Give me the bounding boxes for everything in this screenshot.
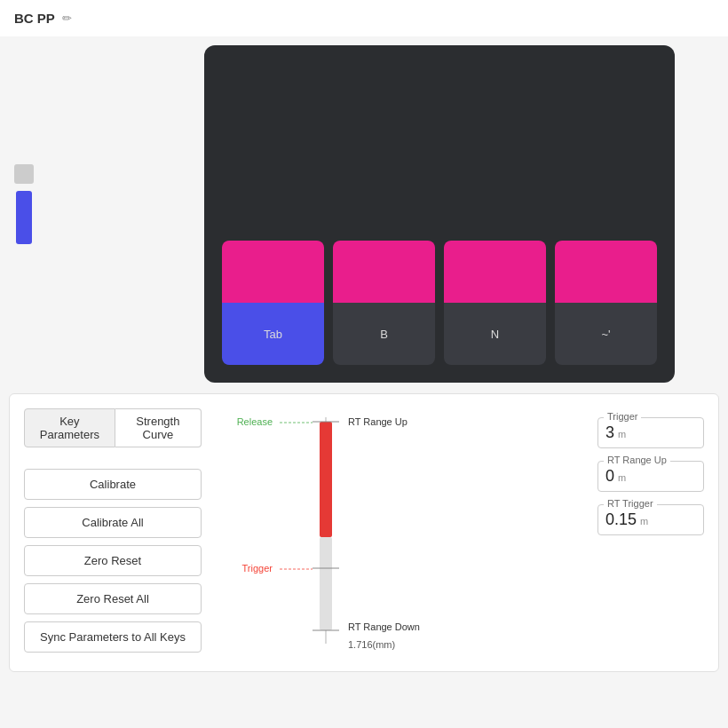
rt-range-up-value: 0 — [605, 467, 614, 486]
calibrate-all-button[interactable]: Calibrate All — [24, 507, 202, 538]
rt-trigger-label: RT Trigger — [604, 498, 657, 509]
key-label-n: N — [491, 328, 499, 341]
rt-trigger-unit: m — [640, 516, 648, 526]
sync-parameters-button[interactable]: Sync Parameters to All Keys — [24, 621, 202, 653]
trigger-param: Trigger 3 m — [597, 417, 704, 448]
zero-reset-all-button[interactable]: Zero Reset All — [24, 583, 202, 614]
trigger-unit: m — [618, 429, 626, 439]
key-top-n — [444, 241, 546, 303]
header: BC PP ✏ — [0, 0, 728, 36]
key-bottom-tilde: ~' — [555, 303, 657, 365]
rt-range-up-unit: m — [618, 472, 626, 483]
key-bottom-n: N — [444, 303, 546, 365]
right-panel: Trigger 3 m RT Range Up 0 m RT Trigger 0… — [597, 408, 704, 657]
key-bottom-b: B — [333, 303, 435, 365]
tab-row: Key Parameters Strength Curve — [24, 408, 202, 447]
zero-reset-button[interactable]: Zero Reset — [24, 545, 202, 576]
rt-range-up-value-row: 0 m — [605, 467, 696, 486]
trigger-value-row: 3 m — [605, 423, 696, 442]
trigger-param-label: Trigger — [604, 411, 641, 422]
svg-rect-1 — [320, 422, 332, 537]
rt-trigger-param: RT Trigger 0.15 m — [597, 504, 704, 535]
key-n[interactable]: N — [444, 241, 546, 365]
action-buttons: Calibrate Calibrate All Zero Reset Zero … — [24, 469, 202, 653]
key-tilde[interactable]: ~' — [555, 241, 657, 365]
left-controls — [14, 164, 34, 244]
chart-container: Release RT Range Up Trigger RT Range Dow… — [219, 408, 580, 657]
key-bottom-tab: Tab — [222, 303, 324, 365]
calibrate-button[interactable]: Calibrate — [24, 469, 202, 500]
keyboard-section: Tab B N ~' — [204, 45, 675, 383]
bottom-panel: Key Parameters Strength Curve Calibrate … — [9, 393, 719, 672]
chart-svg: Release RT Range Up Trigger RT Range Dow… — [219, 408, 580, 657]
key-b[interactable]: B — [333, 241, 435, 365]
tab-key-parameters[interactable]: Key Parameters — [24, 408, 115, 447]
tab-strength-curve[interactable]: Strength Curve — [115, 408, 202, 447]
key-label-tilde: ~' — [601, 328, 610, 341]
svg-rect-2 — [320, 537, 332, 630]
keys-row: Tab B N ~' — [222, 241, 657, 365]
rt-trigger-value: 0.15 — [605, 510, 637, 529]
svg-text:1.716(mm): 1.716(mm) — [348, 639, 395, 650]
rt-range-up-label: RT Range Up — [604, 455, 670, 465]
svg-text:RT Range Up: RT Range Up — [348, 416, 408, 427]
blue-indicator — [16, 191, 32, 244]
left-panel: Key Parameters Strength Curve Calibrate … — [24, 408, 202, 657]
svg-text:Trigger: Trigger — [242, 563, 273, 574]
center-panel: Release RT Range Up Trigger RT Range Dow… — [219, 408, 580, 657]
key-top-tilde — [555, 241, 657, 303]
edit-icon[interactable]: ✏ — [62, 12, 72, 25]
key-tab[interactable]: Tab — [222, 241, 324, 365]
small-control-btn[interactable] — [14, 164, 34, 184]
svg-text:Release: Release — [237, 416, 273, 427]
key-top-b — [333, 241, 435, 303]
rt-trigger-value-row: 0.15 m — [605, 510, 696, 529]
key-top-tab — [222, 241, 324, 303]
trigger-value: 3 — [605, 423, 614, 442]
svg-text:RT Range Down: RT Range Down — [348, 621, 420, 632]
key-label-b: B — [380, 328, 388, 341]
key-label-tab: Tab — [264, 328, 282, 341]
page-title: BC PP — [14, 11, 55, 26]
rt-range-up-param: RT Range Up 0 m — [597, 461, 704, 492]
